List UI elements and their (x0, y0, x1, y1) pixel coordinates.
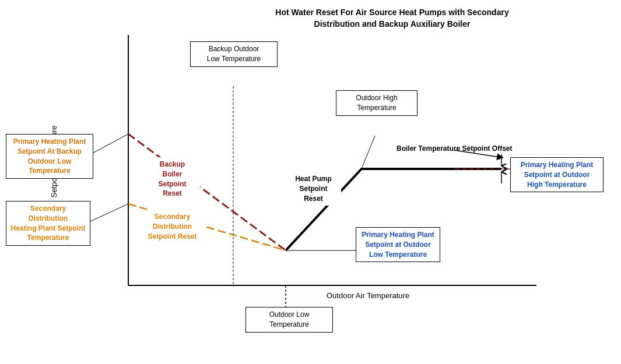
backup-outdoor-low-box: Backup Outdoor Low Temperature (190, 41, 278, 67)
diagram-container: Hot Water Reset For Air Source Heat Pump… (0, 0, 621, 364)
boiler-offset-label: Boiler Temperature Setpoint Offset (397, 144, 512, 153)
outdoor-high-box: Outdoor High Temperature (336, 90, 417, 116)
primary-setpoint-high-box: Primary Heating Plant Setpoint at Outdoo… (510, 157, 604, 192)
secondary-dist-reset-box: Secondary Distribution Setpoint Reset (139, 210, 206, 243)
svg-line-7 (90, 134, 128, 154)
secondary-dist-box: Secondary Distribution Heating Plant Set… (6, 201, 90, 246)
heat-pump-reset-box: Heat Pump Setpoint Reset (286, 172, 341, 206)
svg-line-10 (362, 136, 375, 169)
x-axis-label: Outdoor Air Temperature (327, 291, 409, 300)
primary-heating-backup-box: Primary Heating Plant Setpoint At Backup… (6, 134, 93, 179)
backup-boiler-reset-box: Backup Boiler Setpoint Reset (145, 157, 200, 201)
primary-setpoint-low-box: Primary Heating Plant Setpoint at Outdoo… (356, 227, 440, 262)
svg-line-8 (90, 204, 128, 221)
outdoor-low-box: Outdoor Low Temperature (245, 307, 333, 333)
